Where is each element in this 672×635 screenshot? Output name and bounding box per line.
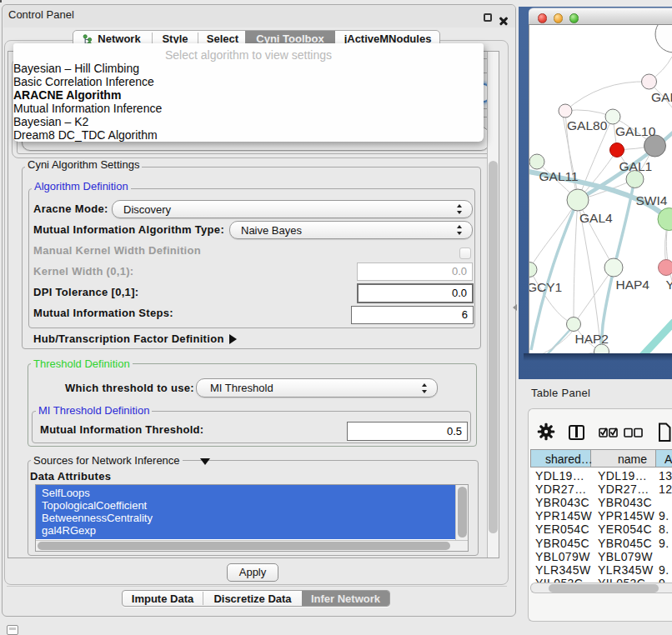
svg-text:GAL80: GAL80 <box>567 118 608 132</box>
svg-text:GCY1: GCY1 <box>529 280 562 294</box>
svg-text:GAL1: GAL1 <box>619 159 653 173</box>
svg-text:GAL4: GAL4 <box>579 211 613 225</box>
svg-text:GAL10: GAL10 <box>615 124 656 138</box>
svg-text:Y: Y <box>666 278 672 292</box>
svg-text:GAL2: GAL2 <box>651 90 672 104</box>
svg-text:GAL11: GAL11 <box>539 169 579 183</box>
svg-text:HAP2: HAP2 <box>575 332 609 346</box>
svg-text:SWI4: SWI4 <box>636 193 668 208</box>
svg-text:HAP4: HAP4 <box>616 278 650 292</box>
